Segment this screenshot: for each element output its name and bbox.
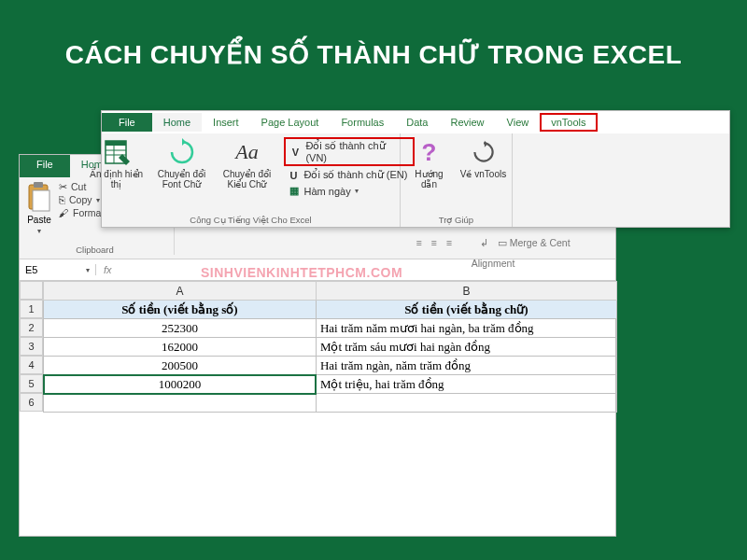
cell-b3[interactable]: Một trăm sáu mươi hai ngàn đồng [316,338,616,357]
btn-num-to-text-vn[interactable]: V Đổi số thành chữ (VN) [284,137,415,166]
paste-button[interactable]: Paste ▾ [25,181,53,235]
cell-b2[interactable]: Hai trăm năm mươi hai ngàn, ba trăm đồng [316,319,616,338]
refresh-icon [167,137,197,167]
spreadsheet-icon [102,137,132,167]
cell-b6[interactable] [316,394,616,413]
scissors-icon: ✂ [59,181,67,192]
svg-rect-7 [33,190,49,211]
tab-page-layout[interactable]: Page Layout [250,113,331,132]
row-header-1[interactable]: 1 [20,300,43,318]
clipboard-icon [25,181,53,213]
btn-about[interactable]: Về vnTools [460,137,507,179]
vntools-ribbon-window: File Home Insert Page Layout Formulas Da… [101,110,730,228]
u-icon: U [288,170,301,181]
banner-title: CÁCH CHUYỂN SỐ THÀNH CHỮ TRONG EXCEL [0,0,747,96]
cell-b4[interactable]: Hai trăm ngàn, năm trăm đồng [316,357,616,375]
question-icon: ? [415,137,444,167]
group-label-help: Trợ Giúp [439,213,473,225]
row-header-3[interactable]: 3 [20,337,43,356]
bg-tab-file[interactable]: File [20,155,70,177]
refresh-icon [469,137,499,167]
row-hdr-blank [20,281,43,300]
chevron-down-icon: ▾ [37,227,41,235]
tab-vntools[interactable]: vnTools [540,113,597,132]
chevron-down-icon: ▾ [355,187,359,195]
clipboard-group-label: Clipboard [25,245,164,255]
svg-rect-1 [106,141,126,146]
spreadsheet[interactable]: A B Số tiền (viết bằng số) Số tiền (viết… [20,281,615,413]
v-icon: V [289,147,303,158]
label: Về vnTools [460,169,506,179]
row-header-4[interactable]: 4 [20,356,43,374]
brush-icon: 🖌 [59,207,69,218]
tab-review[interactable]: Review [439,113,495,132]
chevron-down-icon: ▾ [86,266,90,274]
label: Paste [27,215,51,225]
col-header-b[interactable]: B [316,282,616,301]
tab-view[interactable]: View [496,113,541,132]
label: Chuyển đổi Kiểu Chữ [218,169,276,189]
btn-help[interactable]: ? Hướng dẫn [406,137,453,189]
alignment-group-ghost: ≡≡≡↲▭ Merge & Cent Alignment [381,237,605,269]
label: Ẩn định hiển thị [88,169,146,189]
fx-icon[interactable]: fx [104,264,112,275]
cell-b5[interactable]: Một triệu, hai trăm đồng [316,375,616,394]
row-header-5[interactable]: 5 [20,374,43,393]
alignment-label: Alignment [472,258,515,269]
btn-date-function[interactable]: ▦ Hàm ngày ▾ [284,184,415,198]
merge-ghost: ▭ Merge & Cent [498,237,571,248]
cell-a5[interactable]: 1000200 [44,375,317,394]
cell-a6[interactable] [44,394,317,413]
cell-b1[interactable]: Số tiền (viết bằng chữ) [316,301,616,319]
label: Chuyển đổi Font Chữ [153,169,211,189]
group-label-vntools: Công Cụ Tiếng Việt Cho Excel [190,213,311,225]
btn-convert-case[interactable]: Aa Chuyển đổi Kiểu Chữ [218,137,276,189]
cell-a2[interactable]: 252300 [44,319,317,338]
btn-num-to-text-en[interactable]: U Đổi số thành chữ (EN) [284,168,415,182]
row-header-6[interactable]: 6 [20,393,43,412]
cell-a4[interactable]: 200500 [44,357,317,375]
label: Đổi số thành chữ (EN) [304,169,408,181]
tab-insert[interactable]: Insert [202,113,250,132]
cell-a3[interactable]: 162000 [44,338,317,357]
copy-icon: ⎘ [59,194,65,205]
tab-home[interactable]: Home [152,113,202,132]
col-header-a[interactable]: A [44,282,317,301]
tab-file[interactable]: File [102,113,152,132]
aa-icon: Aa [233,137,262,167]
calendar-icon: ▦ [288,185,301,197]
btn-convert-font[interactable]: Chuyển đổi Font Chữ [153,137,211,189]
svg-rect-6 [34,182,43,188]
name-box[interactable]: E5▾ [20,264,96,275]
label: Hàm ngày [304,186,351,197]
row-header-2[interactable]: 2 [20,318,43,337]
tab-data[interactable]: Data [395,113,439,132]
label: Đổi số thành chữ (VN) [305,140,408,163]
label: Hướng dẫn [406,169,453,189]
tab-formulas[interactable]: Formulas [330,113,395,132]
btn-display-settings[interactable]: Ẩn định hiển thị [88,137,146,189]
cell-a1[interactable]: Số tiền (viết bằng số) [44,301,317,319]
ribbon-tabs: File Home Insert Page Layout Formulas Da… [102,111,729,133]
